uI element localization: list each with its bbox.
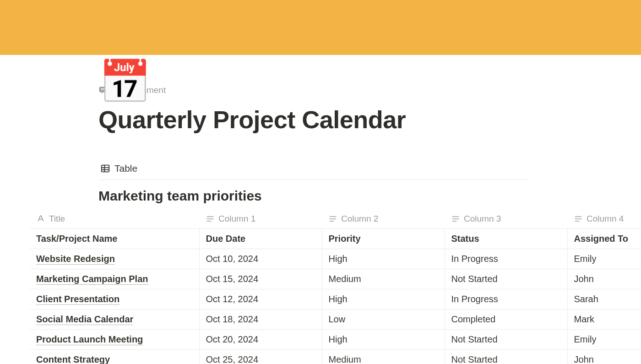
cell-column-4[interactable]: Emily <box>567 330 641 350</box>
table-body: Task/Project NameDue DatePriorityStatusA… <box>30 229 641 364</box>
column-header-1[interactable]: Column 1 <box>199 210 322 229</box>
table-row[interactable]: Social Media CalendarOct 18, 2024LowComp… <box>30 310 641 330</box>
cell-column-1[interactable]: Oct 18, 2024 <box>199 310 322 330</box>
table-row[interactable]: Marketing Campaign PlanOct 15, 2024Mediu… <box>30 269 641 289</box>
cell-title[interactable]: Social Media Calendar <box>30 310 199 330</box>
table-icon <box>100 163 110 174</box>
cell-column-3[interactable]: Status <box>445 229 567 249</box>
cell-title-text: Product Launch Meeting <box>36 334 143 345</box>
cell-column-2[interactable]: High <box>322 330 445 350</box>
cell-column-1[interactable]: Oct 12, 2024 <box>199 289 322 310</box>
column-header-3[interactable]: Column 3 <box>445 210 567 229</box>
cell-title-text: Social Media Calendar <box>36 314 133 325</box>
table-row[interactable]: Website RedesignOct 10, 2024HighIn Progr… <box>30 249 641 269</box>
text-property-icon <box>206 214 215 223</box>
cell-title[interactable]: Content Strategy <box>30 350 199 364</box>
cell-column-3[interactable]: Not Started <box>445 350 567 364</box>
cell-column-4[interactable]: Assigned To <box>567 229 641 249</box>
cell-title[interactable]: Marketing Campaign Plan <box>30 269 199 289</box>
view-tab-label: Table <box>114 163 137 174</box>
view-tabs: Table <box>98 162 529 180</box>
text-property-icon <box>574 214 583 223</box>
column-header-title[interactable]: Title <box>30 210 199 229</box>
cell-column-3[interactable]: In Progress <box>445 249 567 269</box>
view-tab-table[interactable]: Table <box>98 162 139 175</box>
cell-title-text: Content Strategy <box>36 354 110 364</box>
cell-column-2[interactable]: Low <box>322 310 445 330</box>
column-header-label: Column 4 <box>587 214 624 224</box>
cell-column-2[interactable]: High <box>322 249 445 269</box>
cell-title-text: Marketing Campaign Plan <box>36 274 148 285</box>
svg-rect-3 <box>102 165 109 172</box>
cell-column-2[interactable]: Priority <box>322 229 445 249</box>
cell-title-text: Website Redesign <box>36 254 115 265</box>
cell-title-text: Task/Project Name <box>36 234 118 244</box>
table-row[interactable]: Client PresentationOct 12, 2024HighIn Pr… <box>30 289 641 310</box>
cell-column-3[interactable]: Not Started <box>445 330 567 350</box>
cell-column-3[interactable]: Completed <box>445 310 567 330</box>
cell-title[interactable]: Task/Project Name <box>30 229 199 249</box>
cell-column-4[interactable]: Mark <box>567 310 641 330</box>
table-row[interactable]: Task/Project NameDue DatePriorityStatusA… <box>30 229 641 249</box>
cell-column-2[interactable]: High <box>322 289 445 310</box>
cell-column-3[interactable]: In Progress <box>445 289 567 310</box>
cell-column-2[interactable]: Medium <box>322 350 445 364</box>
page-content: 📅 Add comment Quarterly Project Calendar… <box>0 85 641 364</box>
cell-column-4[interactable]: John <box>567 269 641 289</box>
cell-column-3[interactable]: Not Started <box>445 269 567 289</box>
page-icon[interactable]: 📅 <box>98 60 151 103</box>
cell-column-2[interactable]: Medium <box>322 269 445 289</box>
column-header-label: Title <box>49 214 65 224</box>
cell-column-4[interactable]: Emily <box>567 249 641 269</box>
cell-column-4[interactable]: Sarah <box>567 289 641 310</box>
cell-column-1[interactable]: Oct 20, 2024 <box>199 330 322 350</box>
column-header-label: Column 3 <box>464 214 501 224</box>
table-row[interactable]: Product Launch MeetingOct 20, 2024HighNo… <box>30 330 641 350</box>
page-title[interactable]: Quarterly Project Calendar <box>98 105 623 134</box>
title-property-icon <box>36 214 45 223</box>
column-header-label: Column 2 <box>341 214 378 224</box>
text-property-icon <box>451 214 460 223</box>
column-header-4[interactable]: Column 4 <box>567 210 641 229</box>
column-header-2[interactable]: Column 2 <box>322 210 445 229</box>
cell-column-4[interactable]: John <box>567 350 641 364</box>
page-banner <box>0 0 641 55</box>
cell-title[interactable]: Website Redesign <box>30 249 199 269</box>
cell-column-1[interactable]: Due Date <box>199 229 322 249</box>
text-property-icon <box>328 214 337 223</box>
cell-title[interactable]: Product Launch Meeting <box>30 330 199 350</box>
cell-column-1[interactable]: Oct 25, 2024 <box>199 350 322 364</box>
cell-column-1[interactable]: Oct 10, 2024 <box>199 249 322 269</box>
cell-title-text: Client Presentation <box>36 294 120 305</box>
column-header-row: Title Column 1 <box>30 210 641 229</box>
cell-title[interactable]: Client Presentation <box>30 289 199 310</box>
table-row[interactable]: Content StrategyOct 25, 2024MediumNot St… <box>30 350 641 364</box>
database-table: Title Column 1 <box>30 210 641 364</box>
column-header-label: Column 1 <box>218 214 255 224</box>
database-title[interactable]: Marketing team priorities <box>98 188 623 204</box>
cell-column-1[interactable]: Oct 15, 2024 <box>199 269 322 289</box>
